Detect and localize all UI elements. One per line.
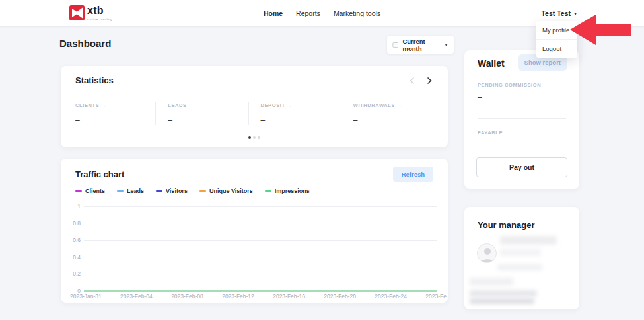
- payable-value: –: [478, 140, 482, 149]
- x-tick: 2023-Feb-04: [120, 293, 153, 300]
- y-tick: 1: [66, 203, 81, 210]
- carousel-dots: [248, 136, 260, 139]
- statistics-title: Statistics: [75, 75, 114, 85]
- pending-commission-label: PENDING COMMISSION: [478, 82, 541, 88]
- chevron-down-icon: ▼: [444, 42, 448, 47]
- series-dash-icon: [117, 190, 124, 192]
- wallet-title: Wallet: [478, 58, 505, 69]
- divider: [478, 118, 566, 119]
- redacted-text: [470, 290, 537, 296]
- gridline: [84, 223, 437, 223]
- stat-leads-label: LEADS →: [168, 102, 248, 108]
- dashboard-screen: xtb online trading Home Reports Marketin…: [0, 0, 644, 320]
- manager-title: Your manager: [478, 220, 534, 230]
- x-tick: 2023-Feb-12: [222, 293, 254, 300]
- nav-item-reports[interactable]: Reports: [296, 9, 320, 17]
- legend-item-impressions[interactable]: Impressions: [265, 188, 310, 194]
- x-tick: 2023-Feb-08: [171, 293, 203, 300]
- statistics-pager: [408, 77, 433, 85]
- avatar: [477, 243, 497, 263]
- stat-clients-label: CLIENTS →: [75, 102, 155, 108]
- gridline: [84, 257, 437, 257]
- traffic-chart-title: Traffic chart: [75, 169, 124, 179]
- legend-item-unique-visitors[interactable]: Unique Visitors: [199, 188, 253, 194]
- payable-label: PAYABLE: [478, 130, 503, 136]
- stat-withdrawals-label: WITHDRAWALS →: [353, 102, 433, 108]
- pay-out-button[interactable]: Pay out: [476, 157, 567, 177]
- gridline: [84, 274, 437, 274]
- redacted-text: [500, 236, 557, 245]
- legend-item-leads[interactable]: Leads: [117, 188, 144, 194]
- x-tick: 2023-Feb-16: [273, 293, 305, 300]
- gridline: [84, 240, 437, 241]
- annotation-arrow: [567, 12, 633, 48]
- stat-deposit-value: –: [261, 116, 341, 125]
- stat-leads[interactable]: LEADS → –: [156, 102, 248, 125]
- stat-leads-value: –: [168, 116, 248, 125]
- redacted-text: [470, 278, 513, 286]
- legend-item-visitors[interactable]: Visitors: [156, 188, 188, 194]
- series-dash-icon: [199, 190, 206, 192]
- wallet-card: Wallet Show report PENDING COMMISSION – …: [464, 50, 579, 189]
- legend-item-clients[interactable]: Clients: [75, 188, 105, 194]
- carousel-dot-2[interactable]: [253, 136, 256, 139]
- gridline: [84, 206, 437, 207]
- chevron-left-icon[interactable]: [408, 77, 416, 85]
- calendar-icon: [392, 41, 398, 48]
- nav-item-marketing-tools[interactable]: Marketing tools: [334, 9, 380, 17]
- x-tick: 2023-Jan-31: [70, 293, 102, 300]
- carousel-dot-1[interactable]: [248, 136, 251, 139]
- page-title: Dashboard: [59, 38, 111, 49]
- manager-card: Your manager: [464, 207, 579, 309]
- series-dash-icon: [75, 190, 82, 192]
- pending-commission-value: –: [478, 93, 482, 102]
- chart-legend: Clients Leads Visitors Unique Visitors I…: [75, 188, 310, 194]
- statistics-row: CLIENTS → – LEADS → – DEPOSIT → – WITHDR…: [75, 102, 433, 125]
- period-selector[interactable]: Current month ▼: [387, 36, 454, 54]
- statistics-card: Statistics CLIENTS → – LEADS → – DEPOSIT…: [61, 66, 448, 147]
- x-axis-labels: 2023-Jan-31 2023-Feb-04 2023-Feb-08 2023…: [70, 293, 447, 300]
- stat-clients-value: –: [75, 116, 155, 125]
- traffic-chart-card: Traffic chart Refresh Clients Leads Visi…: [61, 159, 448, 303]
- redacted-text: [470, 298, 534, 304]
- stat-deposit[interactable]: DEPOSIT → –: [249, 102, 341, 125]
- series-dash-icon: [156, 190, 162, 192]
- stat-withdrawals[interactable]: WITHDRAWALS → –: [341, 102, 433, 125]
- period-label: Current month: [402, 38, 440, 52]
- y-tick: 0.4: [66, 254, 81, 260]
- stat-deposit-label: DEPOSIT →: [261, 102, 341, 108]
- redacted-text: [500, 249, 541, 256]
- x-tick: 2023-Feb-20: [324, 293, 356, 300]
- refresh-button[interactable]: Refresh: [393, 167, 433, 182]
- y-tick: 0.2: [66, 270, 81, 277]
- chart-plot-area: 1 0.8 0.6 0.4 0.2 0: [66, 202, 437, 295]
- stat-clients[interactable]: CLIENTS → –: [75, 102, 156, 125]
- carousel-dot-3[interactable]: [258, 136, 260, 139]
- y-tick: 0.6: [66, 237, 81, 243]
- nav-item-home[interactable]: Home: [264, 9, 283, 17]
- redacted-text: [497, 264, 542, 270]
- stat-withdrawals-value: –: [353, 116, 433, 125]
- x-tick: 2023-Feb-24: [375, 293, 407, 300]
- x-tick: 2023-Fe: [425, 293, 447, 300]
- y-tick: 0.8: [66, 220, 81, 227]
- chevron-right-icon[interactable]: [425, 77, 433, 85]
- zero-line: [84, 290, 437, 292]
- person-icon: [478, 244, 497, 263]
- series-dash-icon: [265, 190, 271, 192]
